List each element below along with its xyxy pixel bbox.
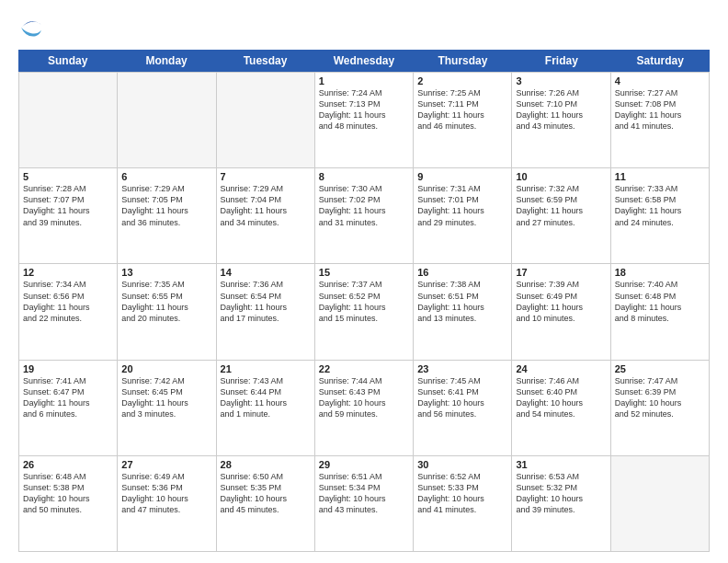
calendar-cell: 27Sunrise: 6:49 AM Sunset: 5:36 PM Dayli… xyxy=(118,456,216,551)
calendar-cell: 24Sunrise: 7:46 AM Sunset: 6:40 PM Dayli… xyxy=(512,361,610,455)
day-info: Sunrise: 7:40 AM Sunset: 6:48 PM Dayligh… xyxy=(615,279,705,324)
calendar-cell: 5Sunrise: 7:28 AM Sunset: 7:07 PM Daylig… xyxy=(19,168,118,263)
day-number: 22 xyxy=(319,363,409,374)
day-info: Sunrise: 7:35 AM Sunset: 6:55 PM Dayligh… xyxy=(121,279,211,324)
svg-rect-0 xyxy=(18,15,44,40)
day-number: 21 xyxy=(221,363,311,374)
day-info: Sunrise: 7:39 AM Sunset: 6:49 PM Dayligh… xyxy=(516,279,606,324)
calendar-cell: 25Sunrise: 7:47 AM Sunset: 6:39 PM Dayli… xyxy=(611,361,710,455)
calendar-cell: 23Sunrise: 7:45 AM Sunset: 6:41 PM Dayli… xyxy=(414,361,512,455)
logo xyxy=(18,15,48,40)
day-info: Sunrise: 6:49 AM Sunset: 5:36 PM Dayligh… xyxy=(121,471,211,516)
day-number: 8 xyxy=(319,171,409,182)
calendar-cell xyxy=(217,73,315,167)
calendar-cell: 16Sunrise: 7:38 AM Sunset: 6:51 PM Dayli… xyxy=(414,264,512,359)
day-info: Sunrise: 7:42 AM Sunset: 6:45 PM Dayligh… xyxy=(121,375,211,420)
calendar-cell: 6Sunrise: 7:29 AM Sunset: 7:05 PM Daylig… xyxy=(118,168,216,263)
calendar-cell: 2Sunrise: 7:25 AM Sunset: 7:11 PM Daylig… xyxy=(414,73,512,167)
day-info: Sunrise: 7:36 AM Sunset: 6:54 PM Dayligh… xyxy=(221,279,311,324)
day-number: 28 xyxy=(221,459,311,470)
calendar-cell: 7Sunrise: 7:29 AM Sunset: 7:04 PM Daylig… xyxy=(217,168,315,263)
calendar-cell: 31Sunrise: 6:53 AM Sunset: 5:32 PM Dayli… xyxy=(512,456,610,551)
day-number: 10 xyxy=(516,171,606,182)
calendar-cell: 17Sunrise: 7:39 AM Sunset: 6:49 PM Dayli… xyxy=(512,264,610,359)
day-info: Sunrise: 6:48 AM Sunset: 5:38 PM Dayligh… xyxy=(23,471,113,516)
day-number: 11 xyxy=(615,171,705,182)
day-number: 2 xyxy=(417,75,507,86)
calendar-cell: 3Sunrise: 7:26 AM Sunset: 7:10 PM Daylig… xyxy=(512,73,610,167)
calendar-header: SundayMondayTuesdayWednesdayThursdayFrid… xyxy=(18,50,710,72)
header-day-sunday: Sunday xyxy=(18,50,117,72)
day-info: Sunrise: 7:41 AM Sunset: 6:47 PM Dayligh… xyxy=(23,375,113,420)
day-info: Sunrise: 7:24 AM Sunset: 7:13 PM Dayligh… xyxy=(319,87,409,132)
day-info: Sunrise: 6:50 AM Sunset: 5:35 PM Dayligh… xyxy=(221,471,311,516)
day-info: Sunrise: 7:46 AM Sunset: 6:40 PM Dayligh… xyxy=(516,375,606,420)
day-info: Sunrise: 7:30 AM Sunset: 7:02 PM Dayligh… xyxy=(319,183,409,228)
page: SundayMondayTuesdayWednesdayThursdayFrid… xyxy=(0,0,728,563)
calendar-cell: 9Sunrise: 7:31 AM Sunset: 7:01 PM Daylig… xyxy=(414,168,512,263)
calendar-cell: 14Sunrise: 7:36 AM Sunset: 6:54 PM Dayli… xyxy=(217,264,315,359)
calendar-cell: 4Sunrise: 7:27 AM Sunset: 7:08 PM Daylig… xyxy=(611,73,710,167)
calendar-cell: 11Sunrise: 7:33 AM Sunset: 6:58 PM Dayli… xyxy=(611,168,710,263)
calendar-body: 1Sunrise: 7:24 AM Sunset: 7:13 PM Daylig… xyxy=(18,72,710,552)
day-info: Sunrise: 7:38 AM Sunset: 6:51 PM Dayligh… xyxy=(417,279,507,324)
day-info: Sunrise: 6:52 AM Sunset: 5:33 PM Dayligh… xyxy=(417,471,507,516)
header-day-saturday: Saturday xyxy=(611,50,710,72)
day-number: 6 xyxy=(121,171,211,182)
day-info: Sunrise: 7:26 AM Sunset: 7:10 PM Dayligh… xyxy=(516,87,606,132)
calendar-cell xyxy=(19,73,118,167)
day-number: 20 xyxy=(121,363,211,374)
day-number: 31 xyxy=(516,459,606,470)
day-number: 16 xyxy=(417,267,507,278)
calendar-cell: 10Sunrise: 7:32 AM Sunset: 6:59 PM Dayli… xyxy=(512,168,610,263)
day-number: 29 xyxy=(319,459,409,470)
day-info: Sunrise: 7:37 AM Sunset: 6:52 PM Dayligh… xyxy=(319,279,409,324)
calendar-cell: 12Sunrise: 7:34 AM Sunset: 6:56 PM Dayli… xyxy=(19,264,118,359)
day-number: 3 xyxy=(516,75,606,86)
day-number: 18 xyxy=(615,267,705,278)
calendar-cell xyxy=(118,73,216,167)
calendar-week-3: 12Sunrise: 7:34 AM Sunset: 6:56 PM Dayli… xyxy=(19,264,710,360)
day-info: Sunrise: 7:28 AM Sunset: 7:07 PM Dayligh… xyxy=(23,183,113,228)
day-number: 4 xyxy=(615,75,705,86)
day-number: 5 xyxy=(23,171,113,182)
day-number: 30 xyxy=(417,459,507,470)
day-number: 19 xyxy=(23,363,113,374)
calendar-cell: 30Sunrise: 6:52 AM Sunset: 5:33 PM Dayli… xyxy=(414,456,512,551)
calendar-cell: 20Sunrise: 7:42 AM Sunset: 6:45 PM Dayli… xyxy=(118,361,216,455)
day-info: Sunrise: 7:27 AM Sunset: 7:08 PM Dayligh… xyxy=(615,87,705,132)
day-info: Sunrise: 7:45 AM Sunset: 6:41 PM Dayligh… xyxy=(417,375,507,420)
day-number: 1 xyxy=(319,75,409,86)
calendar: SundayMondayTuesdayWednesdayThursdayFrid… xyxy=(18,50,710,552)
day-number: 14 xyxy=(221,267,311,278)
header-day-thursday: Thursday xyxy=(414,50,512,72)
header-day-friday: Friday xyxy=(512,50,610,72)
calendar-cell: 22Sunrise: 7:44 AM Sunset: 6:43 PM Dayli… xyxy=(315,361,414,455)
day-number: 15 xyxy=(319,267,409,278)
calendar-week-2: 5Sunrise: 7:28 AM Sunset: 7:07 PM Daylig… xyxy=(19,168,710,264)
day-number: 27 xyxy=(121,459,211,470)
calendar-week-4: 19Sunrise: 7:41 AM Sunset: 6:47 PM Dayli… xyxy=(19,361,710,456)
calendar-cell: 15Sunrise: 7:37 AM Sunset: 6:52 PM Dayli… xyxy=(315,264,414,359)
calendar-cell: 1Sunrise: 7:24 AM Sunset: 7:13 PM Daylig… xyxy=(315,73,414,167)
day-info: Sunrise: 7:29 AM Sunset: 7:04 PM Dayligh… xyxy=(221,183,311,228)
header-day-wednesday: Wednesday xyxy=(314,50,413,72)
day-info: Sunrise: 7:32 AM Sunset: 6:59 PM Dayligh… xyxy=(516,183,606,228)
calendar-cell: 8Sunrise: 7:30 AM Sunset: 7:02 PM Daylig… xyxy=(315,168,414,263)
day-info: Sunrise: 7:47 AM Sunset: 6:39 PM Dayligh… xyxy=(615,375,705,420)
calendar-week-5: 26Sunrise: 6:48 AM Sunset: 5:38 PM Dayli… xyxy=(19,456,710,552)
calendar-cell: 13Sunrise: 7:35 AM Sunset: 6:55 PM Dayli… xyxy=(118,264,216,359)
day-number: 23 xyxy=(417,363,507,374)
day-number: 25 xyxy=(615,363,705,374)
day-info: Sunrise: 7:33 AM Sunset: 6:58 PM Dayligh… xyxy=(615,183,705,228)
calendar-cell: 19Sunrise: 7:41 AM Sunset: 6:47 PM Dayli… xyxy=(19,361,118,455)
calendar-week-1: 1Sunrise: 7:24 AM Sunset: 7:13 PM Daylig… xyxy=(19,73,710,168)
day-info: Sunrise: 6:53 AM Sunset: 5:32 PM Dayligh… xyxy=(516,471,606,516)
header-day-monday: Monday xyxy=(117,50,215,72)
calendar-cell: 21Sunrise: 7:43 AM Sunset: 6:44 PM Dayli… xyxy=(217,361,315,455)
day-info: Sunrise: 7:31 AM Sunset: 7:01 PM Dayligh… xyxy=(417,183,507,228)
day-info: Sunrise: 6:51 AM Sunset: 5:34 PM Dayligh… xyxy=(319,471,409,516)
day-info: Sunrise: 7:44 AM Sunset: 6:43 PM Dayligh… xyxy=(319,375,409,420)
header xyxy=(18,15,710,40)
day-number: 13 xyxy=(121,267,211,278)
